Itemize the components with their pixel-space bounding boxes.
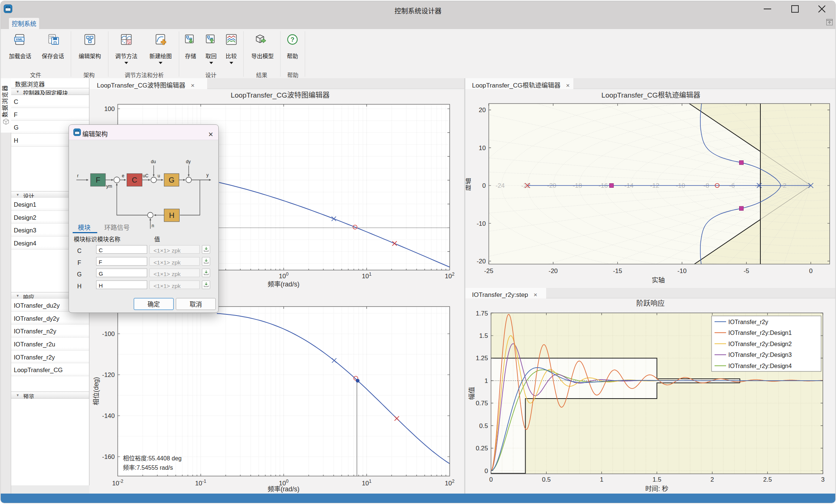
svg-text:2: 2 [710, 474, 714, 484]
svg-text:100: 100 [104, 104, 115, 113]
svg-text:0.5: 0.5 [479, 421, 488, 430]
svg-text:-24: -24 [495, 180, 505, 190]
svg-text:-16: -16 [599, 180, 608, 190]
svg-text:-6: -6 [729, 180, 735, 190]
svg-text:y: y [206, 171, 209, 178]
svg-text:-14: -14 [624, 180, 634, 190]
svg-text:-10: -10 [677, 266, 687, 275]
svg-text:LoopTransfer_CG根轨迹编辑器: LoopTransfer_CG根轨迹编辑器 [601, 89, 700, 99]
svg-text:频率:7.54555 rad/s: 频率:7.54555 rad/s [123, 463, 173, 472]
svg-text:3: 3 [821, 474, 824, 484]
svg-text:IOTransfer_r2y:Design1: IOTransfer_r2y:Design1 [728, 328, 792, 337]
svg-text:0: 0 [485, 466, 488, 475]
svg-text:0: 0 [482, 180, 486, 190]
svg-text:1: 1 [485, 375, 488, 385]
svg-text:10-1: 10-1 [195, 477, 206, 487]
svg-text:C: C [132, 174, 137, 185]
svg-text:-20: -20 [549, 266, 558, 275]
svg-text:1.75: 1.75 [476, 308, 488, 317]
svg-text:-10: -10 [476, 218, 486, 228]
svg-text:1: 1 [600, 474, 603, 484]
svg-text:-140: -140 [102, 411, 115, 420]
svg-text:0: 0 [809, 266, 813, 275]
svg-text:r: r [77, 172, 79, 178]
svg-text:101: 101 [362, 270, 371, 280]
svg-text:IOTransfer_r2y:Design3: IOTransfer_r2y:Design3 [728, 350, 792, 359]
svg-text:-20: -20 [547, 180, 557, 190]
svg-text:LoopTransfer_CG波特图编辑器: LoopTransfer_CG波特图编辑器 [231, 89, 329, 99]
svg-text:-120: -120 [102, 370, 115, 379]
svg-text:-8: -8 [703, 180, 709, 190]
svg-text:102: 102 [445, 477, 455, 487]
svg-text:IOTransfer_r2y:Design4: IOTransfer_r2y:Design4 [728, 361, 792, 370]
svg-text:时间: 秒: 时间: 秒 [645, 484, 668, 493]
svg-text:0.5: 0.5 [542, 474, 551, 484]
svg-text:101: 101 [362, 477, 371, 487]
svg-text:-2: -2 [781, 180, 786, 190]
svg-text:100: 100 [279, 270, 289, 280]
svg-text:IOTransfer_r2y:Design2: IOTransfer_r2y:Design2 [728, 339, 792, 348]
svg-text:F: F [96, 174, 100, 185]
svg-text:-15: -15 [613, 266, 622, 275]
svg-text:2.5: 2.5 [763, 474, 772, 484]
svg-text:-160: -160 [102, 451, 115, 461]
svg-text:ym: ym [106, 183, 112, 189]
svg-text:20: 20 [479, 105, 486, 114]
svg-text:e: e [122, 172, 124, 178]
svg-text:虚轴: 虚轴 [466, 178, 472, 191]
svg-text:G: G [169, 174, 175, 185]
svg-text:阶跃响应: 阶跃响应 [636, 298, 665, 308]
svg-text:实轴: 实轴 [652, 275, 665, 284]
svg-text:dy: dy [186, 158, 191, 164]
svg-text:0.25: 0.25 [476, 443, 488, 452]
svg-text:IOTransfer_r2y: IOTransfer_r2y [728, 317, 768, 326]
svg-text:-20: -20 [476, 256, 486, 265]
svg-text:1.5: 1.5 [479, 330, 488, 340]
svg-text:0.75: 0.75 [476, 398, 488, 407]
svg-text:1.25: 1.25 [476, 353, 488, 362]
svg-text:-100: -100 [102, 329, 115, 338]
svg-text:10-2: 10-2 [112, 477, 123, 487]
svg-text:相位裕度:55.4408 deg: 相位裕度:55.4408 deg [123, 453, 181, 462]
svg-text:相位(deg): 相位(deg) [91, 377, 100, 405]
svg-text:-5: -5 [744, 266, 749, 275]
svg-text:频率(rad/s): 频率(rad/s) [267, 279, 300, 288]
svg-text:1.5: 1.5 [652, 474, 661, 484]
svg-text:频率(rad/s): 频率(rad/s) [267, 484, 300, 493]
svg-text:10: 10 [479, 143, 486, 152]
svg-text:幅值: 幅值 [466, 387, 476, 400]
svg-text:102: 102 [445, 270, 455, 280]
svg-text:-12: -12 [650, 180, 659, 190]
svg-text:du: du [151, 158, 156, 164]
svg-text:u: u [158, 172, 160, 178]
svg-text:?: ? [291, 34, 294, 44]
svg-text:H: H [169, 209, 174, 220]
svg-text:-10: -10 [676, 180, 685, 190]
svg-text:-18: -18 [573, 180, 582, 190]
svg-text:XML: XML [16, 37, 23, 42]
svg-text:uC: uC [143, 172, 149, 178]
svg-text:n: n [152, 222, 154, 228]
svg-text:-22: -22 [521, 180, 531, 190]
svg-text:-25: -25 [484, 266, 494, 275]
svg-text:0: 0 [489, 474, 493, 484]
